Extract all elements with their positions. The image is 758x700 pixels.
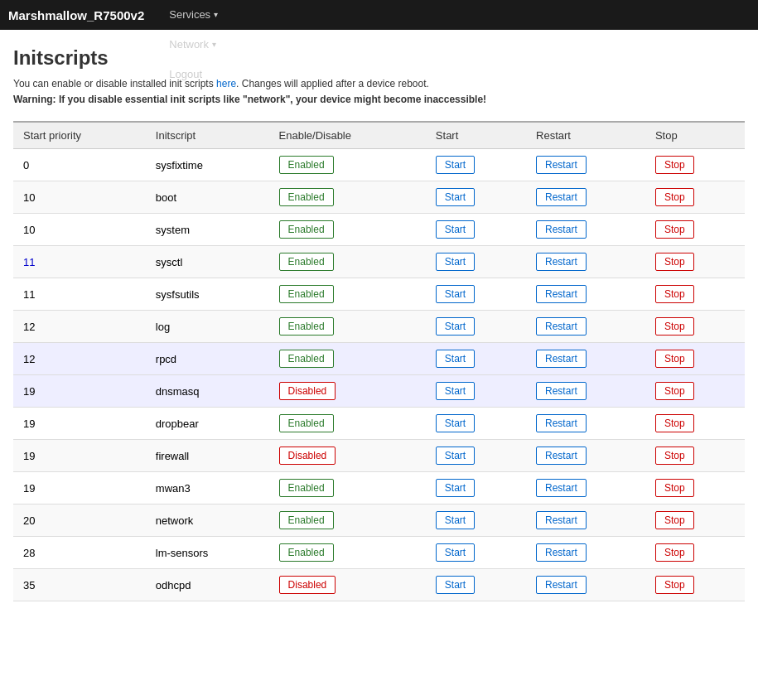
priority-cell: 11 (13, 246, 146, 278)
initscript-name: sysfixtime (146, 149, 269, 181)
enable-disable-button[interactable]: Enabled (279, 156, 334, 174)
nav-item-services[interactable]: Services▾ (161, 0, 226, 30)
start-cell: Start (426, 504, 526, 537)
stop-cell: Stop (645, 569, 745, 601)
enable-disable-button[interactable]: Enabled (279, 543, 334, 562)
stop-button[interactable]: Stop (655, 576, 694, 594)
restart-button[interactable]: Restart (536, 511, 587, 529)
start-button[interactable]: Start (436, 156, 475, 174)
stop-button[interactable]: Stop (655, 350, 694, 368)
enable-disable-button[interactable]: Enabled (279, 511, 334, 529)
stop-button[interactable]: Stop (655, 156, 694, 174)
enable-disable-button[interactable]: Enabled (279, 317, 334, 336)
start-button[interactable]: Start (436, 220, 475, 239)
priority-cell: 19 (13, 375, 146, 408)
restart-cell: Restart (526, 537, 645, 569)
enable-disable-button[interactable]: Enabled (279, 350, 334, 368)
stop-button[interactable]: Stop (655, 414, 694, 432)
table-header: Start priority Initscript Enable/Disable… (13, 122, 745, 149)
restart-button[interactable]: Restart (536, 576, 587, 594)
enable-disable-button[interactable]: Enabled (279, 188, 334, 206)
start-cell: Start (426, 278, 526, 311)
restart-button[interactable]: Restart (536, 285, 587, 303)
priority-cell: 12 (13, 343, 146, 375)
col-restart: Restart (526, 122, 645, 149)
start-button[interactable]: Start (436, 350, 475, 368)
status-cell: Enabled (269, 408, 426, 440)
enable-disable-button[interactable]: Enabled (279, 253, 334, 271)
start-cell: Start (426, 149, 526, 181)
here-link[interactable]: here (216, 78, 236, 89)
restart-button[interactable]: Restart (536, 350, 587, 368)
stop-button[interactable]: Stop (655, 188, 694, 206)
stop-button[interactable]: Stop (655, 479, 694, 497)
start-button[interactable]: Start (436, 382, 475, 400)
status-cell: Enabled (269, 343, 426, 375)
priority-cell: 19 (13, 408, 146, 440)
stop-cell: Stop (645, 504, 745, 537)
status-cell: Disabled (269, 375, 426, 408)
restart-button[interactable]: Restart (536, 317, 587, 336)
stop-cell: Stop (645, 246, 745, 278)
stop-cell: Stop (645, 214, 745, 246)
enable-disable-button[interactable]: Disabled (279, 447, 336, 465)
start-button[interactable]: Start (436, 543, 475, 562)
start-button[interactable]: Start (436, 253, 475, 271)
priority-cell: 28 (13, 537, 146, 569)
restart-button[interactable]: Restart (536, 543, 587, 562)
stop-cell: Stop (645, 537, 745, 569)
start-button[interactable]: Start (436, 285, 475, 303)
start-button[interactable]: Start (436, 511, 475, 529)
start-button[interactable]: Start (436, 188, 475, 206)
restart-cell: Restart (526, 278, 645, 311)
stop-cell: Stop (645, 472, 745, 504)
restart-cell: Restart (526, 343, 645, 375)
restart-button[interactable]: Restart (536, 414, 587, 432)
main-content: Initscripts You can enable or disable in… (0, 30, 758, 618)
restart-button[interactable]: Restart (536, 253, 587, 271)
table-row: 20networkEnabledStartRestartStop (13, 504, 745, 537)
table-row: 35odhcpdDisabledStartRestartStop (13, 569, 745, 601)
enable-disable-button[interactable]: Disabled (279, 382, 336, 400)
restart-button[interactable]: Restart (536, 220, 587, 239)
table-row: 11sysfsutilsEnabledStartRestartStop (13, 278, 745, 311)
restart-button[interactable]: Restart (536, 156, 587, 174)
stop-button[interactable]: Stop (655, 220, 694, 239)
restart-button[interactable]: Restart (536, 382, 587, 400)
restart-cell: Restart (526, 149, 645, 181)
nav-item-network[interactable]: Network▾ (161, 30, 226, 60)
stop-button[interactable]: Stop (655, 382, 694, 400)
stop-button[interactable]: Stop (655, 543, 694, 562)
table-row: 12logEnabledStartRestartStop (13, 311, 745, 343)
priority-cell: 11 (13, 278, 146, 311)
restart-cell: Restart (526, 246, 645, 278)
stop-button[interactable]: Stop (655, 511, 694, 529)
enable-disable-button[interactable]: Enabled (279, 285, 334, 303)
restart-button[interactable]: Restart (536, 188, 587, 206)
stop-cell: Stop (645, 311, 745, 343)
stop-button[interactable]: Stop (655, 447, 694, 465)
stop-button[interactable]: Stop (655, 285, 694, 303)
stop-button[interactable]: Stop (655, 253, 694, 271)
restart-cell: Restart (526, 569, 645, 601)
start-button[interactable]: Start (436, 479, 475, 497)
restart-button[interactable]: Restart (536, 479, 587, 497)
dropdown-arrow-icon: ▾ (214, 0, 218, 30)
priority-cell: 10 (13, 181, 146, 214)
start-button[interactable]: Start (436, 317, 475, 336)
enable-disable-button[interactable]: Disabled (279, 576, 336, 594)
enable-disable-button[interactable]: Enabled (279, 479, 334, 497)
stop-button[interactable]: Stop (655, 317, 694, 336)
restart-cell: Restart (526, 408, 645, 440)
initscript-name: firewall (146, 440, 269, 472)
start-button[interactable]: Start (436, 447, 475, 465)
start-button[interactable]: Start (436, 576, 475, 594)
enable-disable-button[interactable]: Enabled (279, 414, 334, 432)
priority-cell: 10 (13, 214, 146, 246)
header-row: Start priority Initscript Enable/Disable… (13, 122, 745, 149)
enable-disable-button[interactable]: Enabled (279, 220, 334, 239)
col-start: Start (426, 122, 526, 149)
restart-cell: Restart (526, 181, 645, 214)
restart-button[interactable]: Restart (536, 447, 587, 465)
start-button[interactable]: Start (436, 414, 475, 432)
